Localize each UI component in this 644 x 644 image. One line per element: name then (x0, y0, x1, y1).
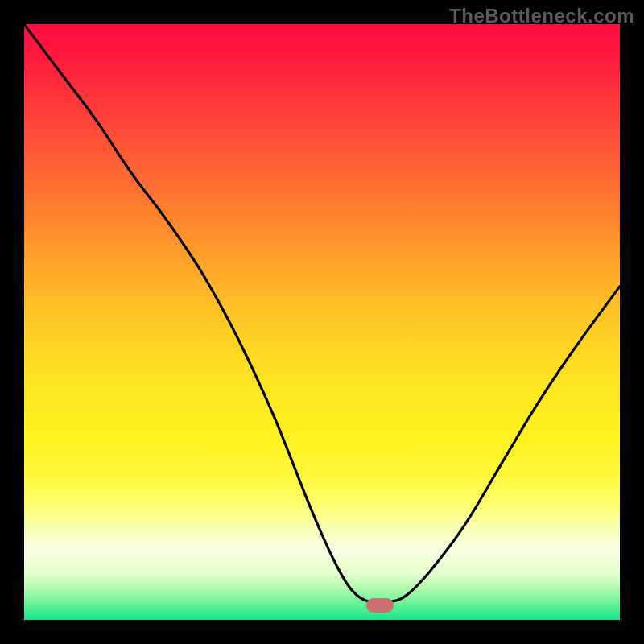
bottleneck-curve (24, 24, 620, 620)
watermark-text: TheBottleneck.com (449, 5, 634, 27)
plot-area (24, 24, 620, 620)
optimal-point-marker (366, 598, 394, 613)
chart-frame: TheBottleneck.com (0, 0, 644, 644)
